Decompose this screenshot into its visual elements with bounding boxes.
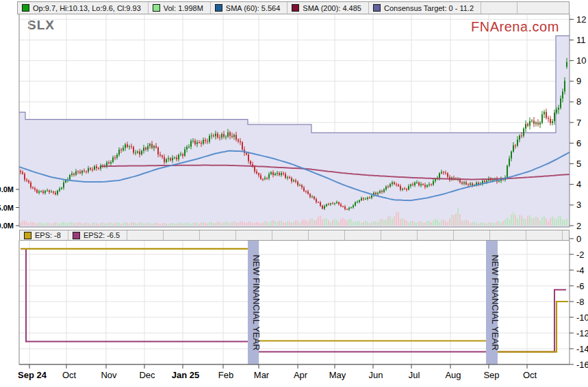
candle-body [207, 141, 208, 142]
candle-body [381, 191, 383, 192]
volume-bar [385, 219, 387, 226]
volume-bar [371, 222, 372, 226]
volume-bar [439, 222, 440, 226]
price-axis-label: 4 [576, 179, 581, 189]
volume-bar [184, 224, 186, 226]
volume-bar [133, 222, 134, 226]
volume-bar [400, 219, 401, 226]
candle-body [38, 191, 40, 193]
candle-body [394, 183, 395, 185]
candle-body [59, 189, 60, 191]
volume-bar [424, 222, 426, 226]
volume-bar [79, 222, 81, 226]
new-financial-year-label: NEW FINANCIAL YEAR [251, 254, 261, 350]
candle-body [309, 194, 311, 197]
volume-bar [334, 219, 335, 226]
candle-body [328, 204, 329, 205]
volume-bar [32, 222, 34, 226]
candle-body [554, 113, 555, 122]
candle-body [57, 191, 58, 194]
volume-bar [274, 222, 276, 226]
candle-body [562, 92, 563, 98]
candle-body [461, 183, 463, 184]
volume-bar [541, 217, 543, 226]
eps-axis-label: 0 [576, 234, 581, 244]
volume-bar [527, 216, 528, 226]
candle-body [544, 112, 545, 115]
candle-body [355, 202, 356, 206]
volume-bar [155, 223, 157, 226]
volume-bar [289, 222, 290, 226]
volume-bar [28, 223, 29, 226]
candle-body [379, 191, 381, 193]
candle-body [145, 148, 146, 150]
volume-bar [494, 223, 496, 226]
volume-bar [320, 216, 321, 226]
candle-body [242, 142, 243, 150]
candle-body [229, 132, 231, 135]
volume-bar [437, 219, 438, 226]
candle-body [293, 181, 294, 181]
volume-bar [98, 224, 99, 226]
volume-bar [529, 215, 531, 226]
candle-body [233, 135, 235, 137]
volume-bar [381, 219, 383, 226]
volume-bar [472, 222, 473, 226]
candle-body [106, 162, 107, 165]
volume-bar [342, 218, 344, 226]
candle-body [194, 141, 196, 144]
candle-body [472, 183, 473, 185]
volume-bar [246, 223, 247, 226]
volume-bar [164, 223, 165, 226]
eps2-line [21, 249, 566, 352]
volume-bar [293, 222, 294, 226]
volume-bar [344, 219, 346, 226]
volume-bar [84, 223, 85, 226]
candle-body [336, 202, 337, 204]
volume-bar [496, 222, 498, 226]
candle-body [184, 150, 186, 156]
volume-bar [30, 222, 31, 226]
volume-bar [365, 221, 366, 226]
eps-axis-label: -6 [576, 281, 585, 291]
candle-body [453, 178, 455, 178]
month-label: Feb [218, 370, 233, 380]
candle-body [81, 171, 83, 174]
candle-body [221, 134, 222, 137]
candle-body [53, 191, 54, 193]
candle-body [492, 180, 494, 181]
candle-body [326, 204, 327, 206]
volume-bar [196, 223, 198, 226]
price-axis-label: 8 [576, 96, 581, 107]
candle-body [468, 185, 469, 185]
candle-body [260, 175, 261, 178]
volume-bar [92, 223, 93, 226]
volume-bar [272, 220, 274, 226]
candle-body [215, 133, 216, 136]
volume-bar [332, 220, 333, 226]
candle-body [86, 172, 87, 172]
volume-bar [394, 217, 395, 226]
candle-body [531, 120, 533, 121]
candle-body [416, 183, 418, 183]
volume-bar [159, 224, 161, 226]
volume-bar [311, 218, 313, 226]
candle-body [279, 173, 280, 175]
candle-body [24, 174, 25, 180]
volume-bar [153, 223, 155, 226]
volume-bar [285, 222, 286, 226]
volume-bar [42, 224, 44, 226]
candle-body [541, 114, 543, 122]
candle-body [262, 179, 264, 180]
volume-bar [116, 222, 118, 226]
volume-bar [235, 222, 237, 226]
candle-body [28, 181, 29, 183]
candle-body [289, 177, 290, 178]
candle-body [322, 206, 323, 209]
volume-bar [303, 219, 305, 226]
candle-body [406, 189, 407, 189]
volume-bar [377, 222, 379, 226]
candle-body [116, 155, 118, 157]
volume-bar [322, 219, 323, 226]
month-label: Aug [445, 370, 461, 380]
